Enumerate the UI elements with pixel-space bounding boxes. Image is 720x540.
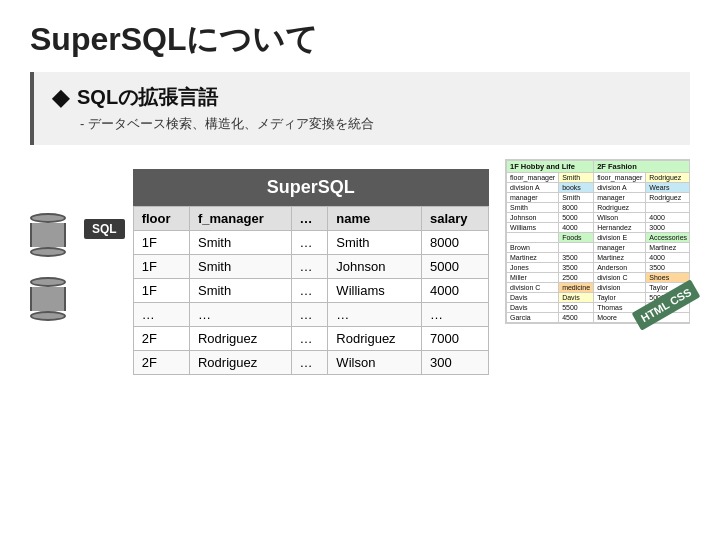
table-row: 1FSmith…Williams4000 — [133, 279, 488, 303]
mini-cell: Rodriguez — [646, 193, 690, 203]
mini-cell: Davis — [559, 293, 594, 303]
table-cell: 8000 — [421, 231, 488, 255]
table-cell: 1F — [133, 255, 189, 279]
bullet-title: ◆ SQLの拡張言語 — [52, 84, 672, 111]
table-cell: 1F — [133, 231, 189, 255]
mini-cell: Foods — [559, 233, 594, 243]
table-cell: Wilson — [328, 351, 422, 375]
table-cell: Smith — [189, 279, 291, 303]
mini-cell: Johnson — [507, 213, 559, 223]
table-cell: 300 — [421, 351, 488, 375]
bullet-subtitle: - データベース検索、構造化、メディア変換を統合 — [52, 115, 672, 133]
col-header-salary: salary — [421, 207, 488, 231]
mini-cell: Brown — [507, 243, 559, 253]
main-table: floor f_manager … name salary 1FSmith…Sm… — [133, 206, 489, 375]
mini-cell: Rodriguez — [594, 203, 646, 213]
mini-cell: manager — [507, 193, 559, 203]
mini-cell: 4000 — [646, 253, 690, 263]
mini-cell: 5000 — [559, 213, 594, 223]
mini-cell: Accessories — [646, 233, 690, 243]
mini-header-col1: 1F Hobby and Life — [507, 161, 594, 173]
mini-cell: manager — [594, 193, 646, 203]
mini-cell: Miller — [507, 273, 559, 283]
table-cell: … — [291, 255, 328, 279]
mini-header-col2: 2F Fashion — [594, 161, 690, 173]
mini-cell: Davis — [507, 293, 559, 303]
page-header: SuperSQLについて — [0, 0, 720, 72]
mini-cell: division — [594, 283, 646, 293]
table-cell: 2F — [133, 351, 189, 375]
table-cell: 7000 — [421, 327, 488, 351]
mini-cell: Martinez — [507, 253, 559, 263]
table-cell: Smith — [189, 231, 291, 255]
table-cell: Rodriguez — [189, 327, 291, 351]
database-icon-1 — [30, 213, 66, 257]
mini-cell: 4500 — [559, 313, 594, 323]
mini-cell: 3500 — [559, 263, 594, 273]
database-icon-2 — [30, 277, 66, 321]
mini-cell: division A — [594, 183, 646, 193]
table-cell: … — [291, 303, 328, 327]
page-title: SuperSQLについて — [30, 18, 690, 62]
table-cell: 1F — [133, 279, 189, 303]
mini-cell: division A — [507, 183, 559, 193]
mini-cell: Martinez — [646, 243, 690, 253]
mini-cell: Taylor — [594, 293, 646, 303]
table-row: 1FSmith…Johnson5000 — [133, 255, 488, 279]
mini-cell: 3500 — [559, 253, 594, 263]
mini-cell — [646, 203, 690, 213]
mini-cell: Smith — [507, 203, 559, 213]
diamond-icon: ◆ — [52, 85, 69, 111]
mini-cell: Smith — [559, 173, 594, 183]
mini-cell — [559, 243, 594, 253]
sql-badge: SQL — [84, 219, 125, 239]
bullet-title-text: SQLの拡張言語 — [77, 84, 218, 111]
mini-cell: Wilson — [594, 213, 646, 223]
supersql-header: SuperSQL — [133, 169, 489, 206]
mini-cell: 3500 — [646, 263, 690, 273]
table-cell: 5000 — [421, 255, 488, 279]
col-header-fmanager: f_manager — [189, 207, 291, 231]
mini-cell: 8000 — [559, 203, 594, 213]
table-cell: … — [291, 231, 328, 255]
right-panel: 1F Hobby and Life 2F Fashion floor_manag… — [505, 159, 690, 375]
lower-section: SQL SuperSQL floor f_manager … name sala… — [0, 169, 720, 375]
table-cell: … — [291, 327, 328, 351]
mini-cell: Hernandez — [594, 223, 646, 233]
mini-cell: manager — [594, 243, 646, 253]
mini-cell: Jones — [507, 263, 559, 273]
table-cell: … — [189, 303, 291, 327]
table-cell: Rodriguez — [189, 351, 291, 375]
mini-cell: Rodriguez — [646, 173, 690, 183]
table-cell: Williams — [328, 279, 422, 303]
mini-cell: Anderson — [594, 263, 646, 273]
col-header-name: name — [328, 207, 422, 231]
table-cell: … — [291, 351, 328, 375]
mini-cell: Davis — [507, 303, 559, 313]
mini-cell: division C — [507, 283, 559, 293]
table-section: SQL SuperSQL floor f_manager … name sala… — [84, 169, 489, 375]
col-header-floor: floor — [133, 207, 189, 231]
table-cell: Rodriguez — [328, 327, 422, 351]
mini-cell: Wears — [646, 183, 690, 193]
mini-cell: 5500 — [559, 303, 594, 313]
mini-cell: Smith — [559, 193, 594, 203]
table-cell: Johnson — [328, 255, 422, 279]
mini-cell: books — [559, 183, 594, 193]
bullet-box: ◆ SQLの拡張言語 - データベース検索、構造化、メディア変換を統合 — [30, 72, 690, 145]
table-container: SuperSQL floor f_manager … name salary 1… — [133, 169, 489, 375]
mini-cell: medicine — [559, 283, 594, 293]
mini-cell: Garcia — [507, 313, 559, 323]
table-row: 1FSmith…Smith8000 — [133, 231, 488, 255]
mini-cell: Shoes — [646, 273, 690, 283]
mini-cell: 4000 — [559, 223, 594, 233]
mini-cell: 2500 — [559, 273, 594, 283]
table-cell: … — [328, 303, 422, 327]
mini-cell: 4000 — [646, 213, 690, 223]
table-cell: Smith — [328, 231, 422, 255]
table-row: …………… — [133, 303, 488, 327]
mini-cell: floor_manager — [507, 173, 559, 183]
col-header-ellipsis: … — [291, 207, 328, 231]
table-cell: 2F — [133, 327, 189, 351]
table-cell: 4000 — [421, 279, 488, 303]
